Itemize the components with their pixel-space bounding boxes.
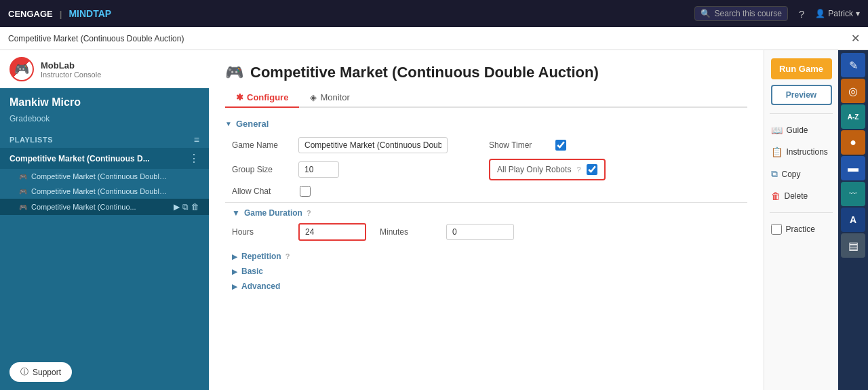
tabs-row: ✱ Configure ◈ Monitor <box>225 88 747 108</box>
sub-item-actions: ▶ ⧉ 🗑 <box>174 202 199 212</box>
right-edit-button[interactable]: ✎ <box>841 53 865 77</box>
search-box[interactable]: 🔍 Search this course <box>694 6 788 21</box>
right-wifi-button[interactable]: 〰 <box>841 182 865 206</box>
mindtap-text: MINDTAP <box>68 8 111 19</box>
tab-configure[interactable]: ✱ Configure <box>225 88 299 108</box>
copy-icon: ⧉ <box>771 168 778 180</box>
game-name-input[interactable] <box>298 137 448 153</box>
repetition-row[interactable]: ▶ Repetition ? <box>225 249 747 264</box>
support-button[interactable]: ⓘ Support <box>9 362 72 382</box>
group-size-input[interactable] <box>298 161 339 178</box>
game-duration-section: ▼ Game Duration ? Hours Minutes <box>225 208 747 241</box>
moblab-subtitle: Instructor Console <box>41 71 101 79</box>
course-name: Mankiw Micro <box>0 88 209 111</box>
user-menu[interactable]: 👤 Patrick ▾ <box>815 9 860 18</box>
all-play-robots-label: All Play Only Robots <box>497 165 571 174</box>
instructions-icon: 📋 <box>771 147 783 157</box>
sidebar-header: 🎮 MobLab Instructor Console <box>0 50 209 88</box>
delete-item[interactable]: 🗑 Delete <box>771 188 832 204</box>
guide-label: Guide <box>787 125 808 135</box>
right-az-button[interactable]: A-Z <box>841 104 865 129</box>
group-size-label: Group Size <box>232 165 293 174</box>
minutes-input[interactable] <box>446 224 514 240</box>
moblab-logo-icon: 🎮 <box>9 57 34 81</box>
preview-button[interactable]: Preview <box>771 85 832 105</box>
playlists-header: PLAYLISTS ≡ <box>0 129 209 148</box>
help-button[interactable]: ? <box>799 8 804 20</box>
general-form: Game Name Show Timer <box>225 137 747 153</box>
nav-right-area: 🔍 Search this course ? 👤 Patrick ▾ <box>694 6 860 21</box>
sub-playlist-item-1[interactable]: 🎮 Competitive Market (Continuous Double … <box>0 169 209 184</box>
active-playlist-item[interactable]: Competitive Market (Continuous D... ⋮ <box>0 148 209 169</box>
all-play-robots-checkbox[interactable] <box>587 164 597 175</box>
right-rss-button[interactable]: ◎ <box>841 79 865 103</box>
game-duration-label: Game Duration <box>244 208 302 218</box>
sub-item-icon-3: 🎮 <box>19 203 27 211</box>
sub-item-play-btn[interactable]: ▶ <box>174 202 180 212</box>
action-panel: Run Game Preview 📖 Guide 📋 Instructions … <box>764 50 838 390</box>
practice-checkbox[interactable] <box>771 224 782 235</box>
wifi-icon: 〰 <box>849 189 857 199</box>
minutes-group: Minutes <box>380 224 514 240</box>
support-label: Support <box>33 368 61 377</box>
minutes-label: Minutes <box>380 227 441 237</box>
practice-row[interactable]: Practice <box>771 221 832 237</box>
sidebar-header-text: MobLab Instructor Console <box>41 60 101 79</box>
sidebar-support: ⓘ Support <box>0 354 209 390</box>
playlist-options-icon[interactable]: ⋮ <box>189 152 199 165</box>
right-person-button[interactable]: A <box>841 208 865 232</box>
sub-item-copy-btn[interactable]: ⧉ <box>182 202 189 212</box>
cengage-logo: CENGAGE | MINDTAP <box>8 8 111 19</box>
allow-chat-label: Allow Chat <box>232 187 293 196</box>
sub-playlist-item-2[interactable]: 🎮 Competitive Market (Continuous Double … <box>0 184 209 199</box>
copy-item[interactable]: ⧉ Copy <box>771 165 832 182</box>
instructions-item[interactable]: 📋 Instructions <box>771 144 832 160</box>
hours-label: Hours <box>232 227 293 237</box>
show-timer-checkbox[interactable] <box>555 140 566 151</box>
game-title-icon: 🎮 <box>225 64 243 81</box>
sidebar: 🎮 MobLab Instructor Console Mankiw Micro… <box>0 50 209 390</box>
basic-row[interactable]: ▶ Basic <box>225 264 747 279</box>
run-game-button[interactable]: Run Game <box>771 58 832 79</box>
show-timer-field: Show Timer <box>489 137 741 153</box>
game-duration-help-icon[interactable]: ? <box>307 209 311 217</box>
repetition-label: Repetition <box>241 252 281 261</box>
sub-item-delete-btn[interactable]: 🗑 <box>191 202 199 212</box>
general-arrow-icon: ▼ <box>225 120 232 128</box>
main-content: 🎮 Competitive Market (Continuous Double … <box>209 50 764 390</box>
repetition-help-icon[interactable]: ? <box>285 252 290 260</box>
guide-item[interactable]: 📖 Guide <box>771 122 832 138</box>
close-button[interactable]: ✕ <box>851 32 860 45</box>
copy-label: Copy <box>782 170 801 179</box>
general-section-toggle[interactable]: ▼ General <box>225 119 747 129</box>
advanced-row[interactable]: ▶ Advanced <box>225 279 747 294</box>
tab-monitor[interactable]: ◈ Monitor <box>299 88 360 108</box>
person-icon: A <box>850 214 856 225</box>
sub-item-label-3: Competitive Market (Continuo... <box>31 203 136 211</box>
main-layout: 🎮 MobLab Instructor Console Mankiw Micro… <box>0 50 868 390</box>
general-section-label: General <box>236 119 269 129</box>
edit-icon: ✎ <box>849 59 858 72</box>
game-duration-toggle[interactable]: ▼ Game Duration ? <box>225 208 747 218</box>
cengage-text: CENGAGE <box>8 9 53 19</box>
user-name: Patrick <box>828 9 853 18</box>
playlists-menu-icon[interactable]: ≡ <box>194 134 199 145</box>
right-circle-button[interactable]: ● <box>841 130 865 155</box>
basic-label: Basic <box>241 267 263 276</box>
delete-label: Delete <box>785 191 808 201</box>
moblab-title: MobLab <box>41 60 101 71</box>
all-play-robots-help-icon[interactable]: ? <box>576 165 580 174</box>
gradebook-link[interactable]: Gradebook <box>0 111 209 129</box>
right-book-button[interactable]: ▬ <box>841 156 865 180</box>
all-play-robots-highlight: All Play Only Robots ? <box>489 159 606 180</box>
right-document-button[interactable]: ▤ <box>841 233 865 258</box>
repetition-caret-icon: ▶ <box>232 253 237 260</box>
top-navigation: CENGAGE | MINDTAP 🔍 Search this course ?… <box>0 0 868 27</box>
nav-logo-area: CENGAGE | MINDTAP <box>8 8 111 19</box>
sub-playlist-item-3-active[interactable]: 🎮 Competitive Market (Continuo... ▶ ⧉ 🗑 <box>0 199 209 215</box>
sub-navigation: Competitive Market (Continuous Double Au… <box>0 27 868 50</box>
playlists-label: PLAYLISTS <box>9 136 53 144</box>
page-title: Competitive Market (Continuous Double Au… <box>250 64 599 81</box>
hours-input[interactable] <box>298 223 366 241</box>
allow-chat-checkbox[interactable] <box>300 186 311 197</box>
